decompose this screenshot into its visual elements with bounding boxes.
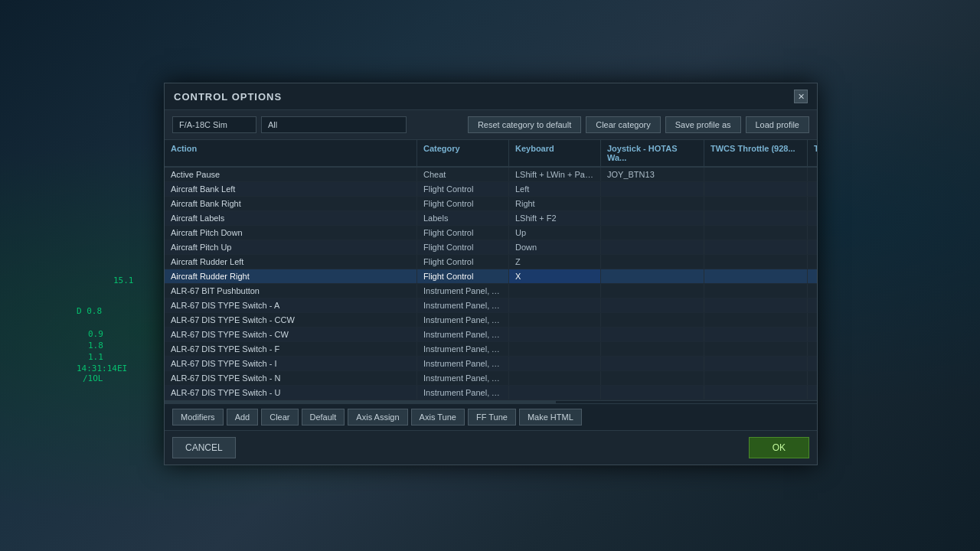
twcs-cell <box>704 255 808 269</box>
joystick-cell <box>601 240 704 254</box>
action-cell: Aircraft Pitch Up <box>165 240 417 254</box>
table-row[interactable]: ALR-67 DIS TYPE Switch - CCW Instrument … <box>165 313 817 328</box>
trackir-cell <box>808 240 817 254</box>
ok-button[interactable]: OK <box>749 437 809 458</box>
aircraft-select[interactable]: F/A-18C Sim <box>172 116 256 133</box>
table-row[interactable]: ALR-67 BIT Pushbutton Instrument Panel, … <box>165 284 817 298</box>
twcs-cell <box>704 269 808 283</box>
table-row[interactable]: Active Pause Cheat LShift + LWin + Pause… <box>165 168 817 182</box>
joystick-cell <box>601 211 704 225</box>
trackir-cell <box>808 168 817 181</box>
twcs-cell <box>704 328 808 341</box>
make-html-button[interactable]: Make HTML <box>519 409 582 425</box>
twcs-cell <box>704 211 808 225</box>
bottom-toolbar: Modifiers Add Clear Default Axis Assign … <box>165 403 817 430</box>
twcs-cell <box>704 298 808 312</box>
header-action: Action <box>165 140 417 166</box>
category-cell: Instrument Panel, ALR-67 <box>417 298 509 312</box>
header-trackir: TrackIR <box>808 140 817 166</box>
trackir-cell <box>808 357 817 370</box>
trackir-cell <box>808 197 817 210</box>
table-row[interactable]: ALR-67 DIS TYPE Switch - F Instrument Pa… <box>165 342 817 357</box>
cancel-button[interactable]: CANCEL <box>172 437 236 458</box>
table-row[interactable]: ALR-67 DIS TYPE Switch - N Instrument Pa… <box>165 371 817 386</box>
clear-button[interactable]: Clear <box>261 409 298 425</box>
twcs-cell <box>704 284 808 298</box>
action-cell: Aircraft Rudder Left <box>165 255 417 269</box>
scroll-thumb[interactable] <box>165 401 556 403</box>
joystick-cell <box>601 357 704 370</box>
table-row[interactable]: Aircraft Pitch Up Flight Control Down <box>165 240 817 255</box>
load-profile-button[interactable]: Load profile <box>746 116 810 133</box>
action-cell: Aircraft Bank Right <box>165 197 417 210</box>
trackir-cell <box>808 284 817 298</box>
action-cell: Aircraft Labels <box>165 211 417 225</box>
keyboard-cell: Down <box>509 240 601 254</box>
hud-alt: 15.1 <box>113 276 134 285</box>
joystick-cell <box>601 298 704 312</box>
trackir-cell <box>808 211 817 225</box>
hud-speed: D 0.8 <box>77 306 102 316</box>
table-row[interactable]: ALR-67 DIS TYPE Switch - I Instrument Pa… <box>165 357 817 371</box>
keyboard-cell <box>509 342 601 356</box>
header-category: Category <box>417 140 509 166</box>
action-cell: ALR-67 DIS TYPE Switch - A <box>165 298 417 312</box>
joystick-cell <box>601 269 704 283</box>
scroll-indicator <box>165 400 817 403</box>
table-row[interactable]: ALR-67 DIS TYPE Switch - U Instrument Pa… <box>165 386 817 400</box>
action-cell: ALR-67 DIS TYPE Switch - F <box>165 342 417 356</box>
table-row[interactable]: Aircraft Bank Right Flight Control Right <box>165 197 817 211</box>
trackir-cell <box>808 386 817 399</box>
table-row[interactable]: Aircraft Pitch Down Flight Control Up <box>165 226 817 240</box>
trackir-cell <box>808 226 817 240</box>
dialog-titlebar: CONTROL OPTIONS ✕ <box>165 83 817 110</box>
table-row-selected[interactable]: Aircraft Rudder Right Flight Control X <box>165 269 817 284</box>
action-cell: ALR-67 BIT Pushbutton <box>165 284 417 298</box>
keyboard-cell <box>509 313 601 327</box>
trackir-cell <box>808 371 817 385</box>
keyboard-cell <box>509 357 601 370</box>
action-cell: ALR-67 DIS TYPE Switch - U <box>165 386 417 399</box>
hud-display-3: 1.1 <box>88 352 103 362</box>
joystick-cell <box>601 386 704 399</box>
category-select[interactable]: All Flight Control Instrument Panel, ALR… <box>261 116 407 133</box>
keyboard-cell: Z <box>509 255 601 269</box>
joystick-cell: JOY_BTN13 <box>601 168 704 181</box>
category-cell: Instrument Panel, ALR-67 <box>417 386 509 399</box>
twcs-cell <box>704 197 808 210</box>
trackir-cell <box>808 313 817 327</box>
close-button[interactable]: ✕ <box>794 90 808 103</box>
twcs-cell <box>704 168 808 181</box>
control-options-dialog: CONTROL OPTIONS ✕ F/A-18C Sim All Flight… <box>164 83 818 465</box>
table-row[interactable]: Aircraft Rudder Left Flight Control Z <box>165 255 817 269</box>
twcs-cell <box>704 182 808 196</box>
clear-category-button[interactable]: Clear category <box>586 116 661 133</box>
default-button[interactable]: Default <box>302 409 345 425</box>
trackir-cell <box>808 182 817 196</box>
axis-assign-button[interactable]: Axis Assign <box>348 409 407 425</box>
keybindings-table: Action Category Keyboard Joystick - HOTA… <box>165 140 817 400</box>
keyboard-cell <box>509 328 601 341</box>
header-keyboard: Keyboard <box>509 140 601 166</box>
table-row[interactable]: Aircraft Bank Left Flight Control Left <box>165 182 817 197</box>
category-cell: Flight Control <box>417 255 509 269</box>
modifiers-button[interactable]: Modifiers <box>172 409 224 425</box>
table-row[interactable]: ALR-67 DIS TYPE Switch - A Instrument Pa… <box>165 298 817 313</box>
keyboard-cell: Left <box>509 182 601 196</box>
dialog-footer: CANCEL OK <box>165 430 817 465</box>
category-cell: Instrument Panel, ALR-67 <box>417 284 509 298</box>
add-button[interactable]: Add <box>227 409 259 425</box>
hud-time: 14:31:14EI <box>77 364 127 373</box>
twcs-cell <box>704 357 808 370</box>
axis-tune-button[interactable]: Axis Tune <box>411 409 465 425</box>
reset-category-button[interactable]: Reset category to default <box>468 116 581 133</box>
save-profile-button[interactable]: Save profile as <box>665 116 741 133</box>
category-cell: Instrument Panel, ALR-67 <box>417 357 509 370</box>
category-cell: Instrument Panel, ALR-67 <box>417 328 509 341</box>
category-cell: Flight Control <box>417 182 509 196</box>
table-row[interactable]: ALR-67 DIS TYPE Switch - CW Instrument P… <box>165 328 817 342</box>
trackir-cell <box>808 328 817 341</box>
ff-tune-button[interactable]: FF Tune <box>468 409 516 425</box>
hud-display: 0.9 <box>88 329 103 339</box>
table-row[interactable]: Aircraft Labels Labels LShift + F2 <box>165 211 817 226</box>
